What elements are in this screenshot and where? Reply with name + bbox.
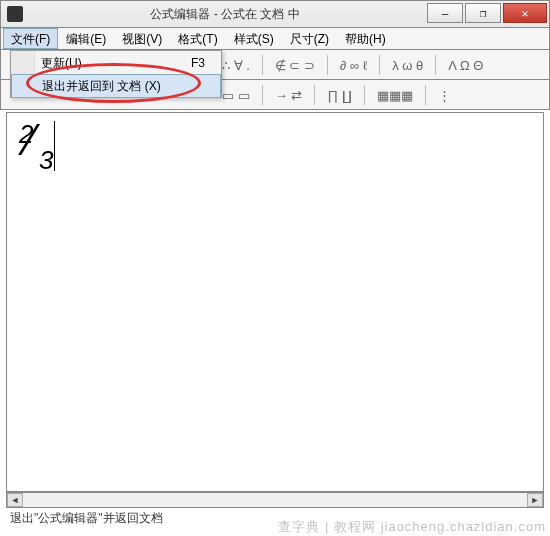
- scroll-left-button[interactable]: ◄: [7, 493, 23, 507]
- toolbar2-visible-right: ▭ ▭ → ⇄ ∏ ∐ ▦▦▦ ⋮: [222, 85, 542, 105]
- text-cursor: [54, 121, 55, 171]
- app-icon: [7, 6, 23, 22]
- close-button[interactable]: ✕: [503, 3, 547, 23]
- watermark: 查字典 | 教程网 jiaocheng.chazidian.com: [278, 518, 546, 536]
- symbol-group-greek-upper[interactable]: Λ Ω Θ: [448, 58, 483, 73]
- menu-item-shortcut: F3: [191, 56, 205, 70]
- window-controls: — ❐ ✕: [427, 1, 549, 27]
- menu-size[interactable]: 尺寸(Z): [282, 28, 337, 49]
- menubar: 文件(F) 编辑(E) 视图(V) 格式(T) 样式(S) 尺寸(Z) 帮助(H…: [0, 28, 550, 50]
- menu-item-label: 退出并返回到 文档 (X): [42, 78, 161, 95]
- minimize-button[interactable]: —: [427, 3, 463, 23]
- menu-item-update[interactable]: 更新(U) F3: [11, 51, 221, 75]
- scroll-right-button[interactable]: ►: [527, 493, 543, 507]
- menu-help[interactable]: 帮助(H): [337, 28, 394, 49]
- template-group-more[interactable]: ⋮: [438, 88, 451, 103]
- titlebar: 公式编辑器 - 公式在 文档 中 — ❐ ✕: [0, 0, 550, 28]
- template-group-arrows[interactable]: → ⇄: [275, 88, 303, 103]
- menu-item-label: 更新(U): [41, 55, 82, 72]
- status-text: 退出"公式编辑器"并返回文档: [10, 511, 163, 525]
- editor-canvas[interactable]: 2 ⁄ 3: [6, 112, 544, 492]
- symbol-group-set[interactable]: ∉ ⊂ ⊃: [275, 58, 315, 73]
- horizontal-scrollbar[interactable]: ◄ ►: [6, 492, 544, 508]
- menu-item-exit-return[interactable]: 退出并返回到 文档 (X): [11, 74, 221, 98]
- scroll-track[interactable]: [23, 493, 527, 507]
- symbol-group-logic[interactable]: ∴ ∀ .: [222, 58, 250, 73]
- fraction-denominator: 3: [39, 145, 53, 176]
- menu-file[interactable]: 文件(F): [3, 28, 58, 49]
- toolbar-visible-right: ∴ ∀ . ∉ ⊂ ⊃ ∂ ∞ ℓ λ ω θ Λ Ω Θ: [222, 55, 542, 75]
- window-title: 公式编辑器 - 公式在 文档 中: [23, 6, 427, 23]
- maximize-button[interactable]: ❐: [465, 3, 501, 23]
- fraction-slash: ⁄: [27, 115, 34, 165]
- menu-format[interactable]: 格式(T): [170, 28, 225, 49]
- template-group-products[interactable]: ∏ ∐: [327, 88, 351, 103]
- menu-view[interactable]: 视图(V): [114, 28, 170, 49]
- file-dropdown: 更新(U) F3 退出并返回到 文档 (X): [10, 50, 222, 98]
- menu-edit[interactable]: 编辑(E): [58, 28, 114, 49]
- template-group-boxes[interactable]: ▭ ▭: [222, 88, 250, 103]
- symbol-group-greek-lower[interactable]: λ ω θ: [392, 58, 423, 73]
- template-group-matrix[interactable]: ▦▦▦: [377, 88, 413, 103]
- symbol-group-misc[interactable]: ∂ ∞ ℓ: [340, 58, 367, 73]
- menu-style[interactable]: 样式(S): [226, 28, 282, 49]
- fraction-expression: 2 ⁄ 3: [19, 119, 33, 150]
